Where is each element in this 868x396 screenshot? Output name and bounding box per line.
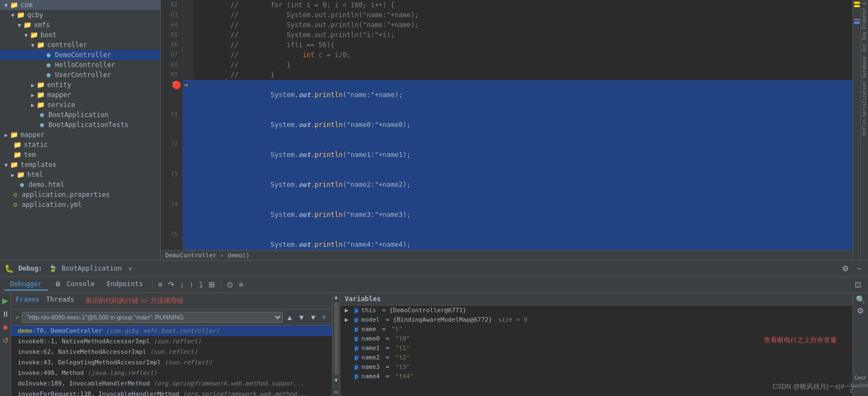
variables-header: Variables [340, 293, 852, 306]
code-line-75: 75 System.out.println("name4:"+name4); [161, 230, 852, 250]
btn-step-into[interactable]: ↓ [178, 279, 186, 290]
var-item-name[interactable]: ▶ p name = "t" [340, 324, 852, 334]
tree-item-tem[interactable]: 📁 tem [0, 150, 160, 160]
thread-filter[interactable]: ▼ [308, 312, 318, 323]
label-ant: Ant [861, 42, 868, 54]
btn-show-execution-point[interactable]: ⊙ [224, 279, 236, 290]
code-editor[interactable]: 62 // for (int i = 0; i < 100; i++) { 63… [161, 0, 852, 250]
tree-item-boot[interactable]: ▼ 📁 boot [0, 30, 160, 40]
frames-scroll: ▲ ▼ ∞ [333, 293, 340, 396]
frame-item-6[interactable]: invokeForRequest:138, InvocableHandlerMe… [11, 389, 332, 396]
tree-item-usercontroller[interactable]: ● UserController [0, 70, 160, 80]
code-line-73: 73 System.out.println("name2:"+name2); [161, 170, 852, 200]
scroll-up-btn[interactable]: ▲ [333, 293, 340, 301]
scroll-loop-btn[interactable]: ∞ [333, 388, 339, 396]
tree-item-xmfs[interactable]: ▼ 📁 xmfs [0, 20, 160, 30]
right-scroll-indicators [852, 0, 860, 260]
file-tree: ▼ 📁 com ▼ 📁 qcby ▼ 📁 xmfs ▼ 📁 boot ▼ 📁 c… [0, 0, 161, 260]
code-line-62: 62 // for (int i = 0; i < 100; i++) { [161, 0, 852, 10]
debug-minimize-btn[interactable]: − [855, 263, 864, 274]
tree-item-com[interactable]: ▼ 📁 com [0, 0, 160, 10]
frame-item-0[interactable]: demo:70, DemoController (com.qcby.xmfs.b… [11, 326, 332, 336]
label-key-promoter: Key Promoter A [861, 0, 868, 42]
tab-debugger[interactable]: Debugger [4, 278, 48, 291]
watermark: CSDN @晓风残月(一ε(#一)~ [772, 382, 857, 392]
thread-dropdown[interactable]: "http-nio-8080-exec-1"@6,500 in group "m… [22, 312, 283, 323]
btn-step-out[interactable]: ↑ [187, 279, 196, 290]
breadcrumb: DemoController › demo() [161, 250, 852, 260]
btn-frames[interactable]: ≡ [156, 279, 165, 290]
indicator-blue [854, 22, 860, 24]
indicator-purple [854, 19, 860, 21]
frame-item-4[interactable]: invoke:498, Method (java.lang.reflect) [11, 368, 332, 378]
code-line-71: 71 System.out.println("name0:"+name0); [161, 110, 852, 140]
tree-item-bootapplication[interactable]: ● BootApplication [0, 110, 160, 120]
thread-add[interactable]: + [320, 311, 328, 323]
btn-stop[interactable]: ■ [3, 322, 7, 333]
tree-item-hellocontroller[interactable]: ● HelloController [0, 60, 160, 70]
tab-console[interactable]: 🖥 Console [49, 278, 100, 291]
tree-item-bootapplicationtests[interactable]: ● BootApplicationTests [0, 120, 160, 130]
btn-evaluate[interactable]: ⊞ [206, 279, 217, 290]
label-database: Database [861, 54, 868, 80]
btn-rerun[interactable]: ↺ [2, 335, 9, 346]
tree-item-entity[interactable]: ▶ 📁 entity [0, 80, 160, 90]
count-label: Cour [855, 375, 867, 380]
tree-item-templates[interactable]: ▼ 📁 templates [0, 160, 160, 170]
var-item-model[interactable]: ▶ p model = {BindingAwareModelMap@6772} … [340, 315, 852, 324]
debug-close-tab: ✕ [129, 265, 132, 272]
tree-item-app-properties[interactable]: ⚙ application.properties [0, 190, 160, 200]
btn-pause[interactable]: ⏸ [2, 308, 9, 319]
var-item-name2[interactable]: ▶ p name2 = "t2" [340, 353, 852, 362]
indicator-yellow-2 [854, 5, 860, 7]
debug-header-controls: ⚙ − [840, 263, 864, 274]
code-line-66: 66 // if(i == 56){ [161, 40, 852, 50]
debug-settings-btn[interactable]: ⚙ [840, 263, 851, 274]
frame-item-5[interactable]: doInvoke:189, InvocableHandlerMethod (or… [11, 378, 332, 389]
tree-item-service[interactable]: ▶ 📁 service [0, 100, 160, 110]
tree-item-static[interactable]: 📁 static [0, 140, 160, 150]
btn-run-cursor[interactable]: ⤵ [197, 279, 205, 290]
frames-tabs: Frames Threads 展示的代码执行链 => 方法调用链 [11, 293, 332, 309]
debug-header: 🐛 Debug: 🍃 BootApplication ✕ ⚙ − [0, 261, 868, 277]
tab-frames[interactable]: Frames [16, 294, 39, 308]
tree-item-democontroller[interactable]: ● DemoController [0, 50, 160, 60]
frame-item-2[interactable]: invoke:62, NativeMethodAccessorImpl (sun… [11, 347, 332, 357]
thread-nav-up[interactable]: ▲ [285, 312, 294, 323]
var-search-btn[interactable]: 🔍 [856, 295, 865, 304]
frame-item-1[interactable]: invoke0:-1, NativeMethodAccessorImpl (su… [11, 336, 332, 347]
debug-right-toolbar: ⊡ [852, 279, 864, 290]
code-line-68: 68 // } [161, 60, 852, 70]
tab-endpoints[interactable]: Endpoints [101, 278, 149, 291]
var-item-name4[interactable]: ▶ p name4 = "t44" [340, 372, 852, 381]
label-kotlin: Kotlin Serialization [861, 80, 868, 138]
thread-nav-down[interactable]: ▼ [297, 312, 306, 323]
var-settings-btn[interactable]: ⚙ [857, 306, 864, 315]
tree-item-qcby[interactable]: ▼ 📁 qcby [0, 10, 160, 20]
tree-item-app-yml[interactable]: ⚙ application.yml [0, 200, 160, 210]
frames-panel: Frames Threads 展示的代码执行链 => 方法调用链 ✔ "http… [11, 293, 333, 396]
scrollbar-track [334, 302, 339, 375]
tree-item-html[interactable]: ▶ 📁 html [0, 170, 160, 180]
btn-more[interactable]: ≡ [237, 279, 246, 290]
tab-threads[interactable]: Threads [46, 294, 74, 308]
tree-item-controller[interactable]: ▼ 📁 controller [0, 40, 160, 50]
code-line-67: 67 // int c = i/0; [161, 50, 852, 60]
var-item-this[interactable]: ▶ p this = {DemoController@6771} [340, 306, 852, 315]
btn-step-over[interactable]: ↷ [166, 279, 177, 290]
btn-expand-debug[interactable]: ⊡ [852, 279, 864, 290]
code-line-72: 72 System.out.println("name1:"+name1); [161, 140, 852, 170]
tree-item-mapper[interactable]: ▶ 📁 mapper [0, 90, 160, 100]
debug-app-icon: 🍃 [49, 265, 57, 272]
code-line-63: 63 // System.out.println("name:"+name); [161, 10, 852, 20]
scroll-down-btn[interactable]: ▼ [333, 376, 340, 384]
editor-area: 62 // for (int i = 0; i < 100; i++) { 63… [161, 0, 852, 260]
code-line-65: 65 // System.out.println("i:"+i); [161, 30, 852, 40]
tree-item-mapper2[interactable]: ▶ 📁 mapper [0, 130, 160, 140]
variables-right-panel: 🔍 ⚙ Cour loaded: L [852, 293, 868, 396]
debug-icon: 🐛 [4, 264, 14, 273]
frame-item-3[interactable]: invoke:43, DelegatingMethodAccessorImpl … [11, 357, 332, 368]
tree-item-demo-html[interactable]: ● demo.html [0, 180, 160, 190]
var-item-name3[interactable]: ▶ p name3 = "t3" [340, 362, 852, 372]
btn-resume[interactable]: ▶ [2, 295, 8, 306]
